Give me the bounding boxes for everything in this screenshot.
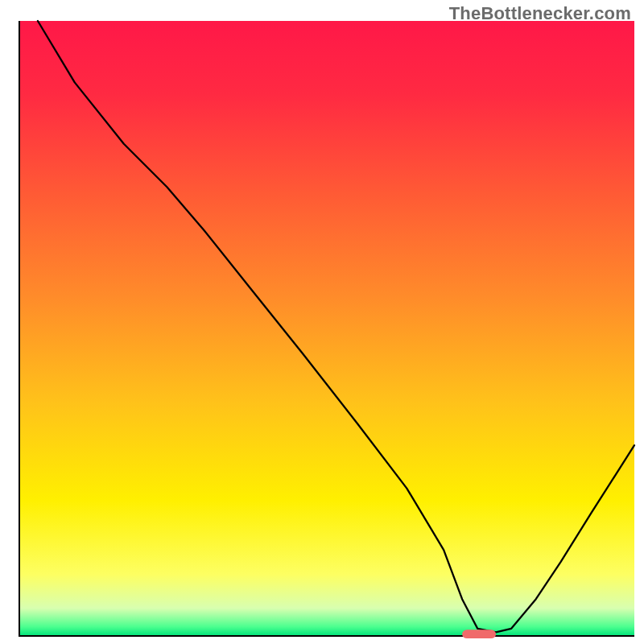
plot-background — [19, 21, 634, 636]
optimal-marker — [462, 630, 496, 638]
chart-container: TheBottlenecker.com — [0, 0, 644, 644]
watermark-text: TheBottlenecker.com — [449, 3, 631, 24]
chart-svg — [0, 0, 644, 644]
